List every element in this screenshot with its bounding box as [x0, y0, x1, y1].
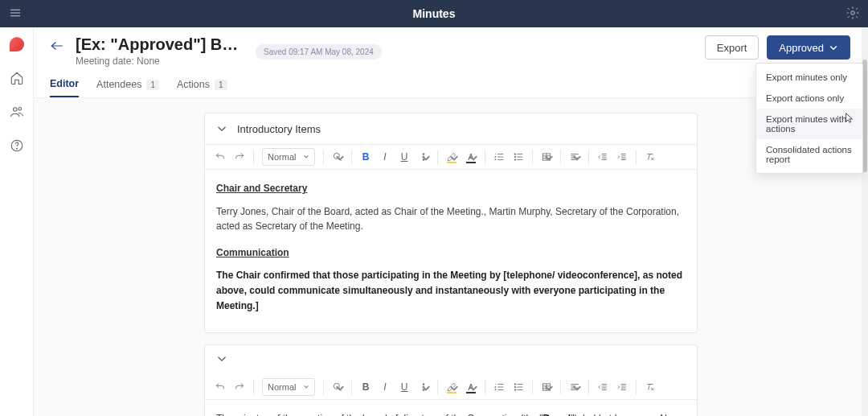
section-title: Introductory Items — [237, 123, 321, 135]
editor-section: Normal B I U A — [204, 344, 698, 416]
table-button[interactable] — [538, 148, 555, 166]
export-minutes-only[interactable]: Export minutes only — [756, 67, 862, 88]
chevron-down-icon — [829, 43, 838, 52]
clear-format-button[interactable] — [641, 378, 659, 396]
search-button[interactable] — [329, 148, 346, 166]
clear-format-button[interactable] — [641, 148, 659, 166]
style-select[interactable]: Normal — [262, 148, 315, 166]
italic-button[interactable]: I — [376, 148, 394, 166]
menu-button[interactable] — [8, 6, 23, 23]
paragraph: The Chair confirmed that those participa… — [216, 268, 686, 313]
numbered-list-button[interactable] — [490, 148, 508, 166]
numbered-list-button[interactable] — [490, 378, 508, 396]
section-header[interactable]: Introductory Items — [205, 113, 697, 145]
export-actions-only[interactable]: Export actions only — [756, 88, 862, 109]
svg-point-4 — [16, 148, 17, 149]
outdent-button[interactable] — [594, 378, 612, 396]
tab-actions[interactable]: Actions 1 — [177, 72, 227, 97]
style-select-label: Normal — [268, 152, 296, 162]
outdent-button[interactable] — [594, 148, 612, 166]
style-select-label: Normal — [268, 382, 296, 392]
consolidated-actions-report[interactable]: Consolidated actions report — [756, 139, 862, 170]
tab-attendees[interactable]: Attendees 1 — [96, 72, 159, 97]
redo-button[interactable] — [231, 148, 248, 166]
people-icon[interactable] — [6, 101, 27, 122]
more-format-button[interactable] — [415, 148, 432, 166]
heading: Communication — [216, 245, 289, 261]
tab-count: 1 — [146, 80, 159, 90]
help-icon[interactable] — [6, 135, 27, 156]
indent-button[interactable] — [613, 148, 631, 166]
style-select[interactable]: Normal — [262, 378, 315, 396]
svg-point-9 — [514, 154, 516, 155]
app-title: Minutes — [413, 7, 456, 20]
cursor-icon — [844, 113, 855, 126]
page-title: [Ex: "Approved"] Board Me… — [76, 35, 244, 54]
tab-label: Editor — [50, 78, 79, 89]
export-button[interactable]: Export — [705, 35, 760, 60]
font-color-button[interactable]: A — [462, 378, 480, 396]
meeting-date: Meeting date: None — [76, 56, 244, 67]
tab-label: Attendees — [96, 79, 141, 90]
bullet-list-button[interactable] — [510, 148, 527, 166]
table-button[interactable] — [538, 378, 555, 396]
highlight-button[interactable] — [443, 148, 461, 166]
italic-button[interactable]: I — [376, 378, 394, 396]
editor-toolbar: Normal B I U A — [205, 375, 697, 400]
settings-icon[interactable] — [845, 6, 860, 23]
tab-editor[interactable]: Editor — [50, 72, 79, 97]
tab-count: 1 — [215, 80, 227, 90]
svg-point-11 — [514, 159, 516, 161]
underline-button[interactable]: U — [395, 378, 413, 396]
align-button[interactable] — [566, 148, 583, 166]
editor-body[interactable]: The minutes of the meeting of the board … — [205, 400, 697, 416]
indent-button[interactable] — [613, 378, 631, 396]
redo-button[interactable] — [231, 378, 248, 396]
align-button[interactable] — [566, 378, 583, 396]
home-icon[interactable] — [6, 68, 27, 89]
chevron-down-icon — [215, 352, 229, 366]
paragraph: Terry Jones, Chair of the Board, acted a… — [216, 204, 686, 234]
bold-button[interactable]: B — [357, 148, 375, 166]
app-logo-icon — [10, 37, 24, 51]
back-button[interactable] — [50, 40, 64, 54]
bold-button[interactable]: B — [357, 378, 375, 396]
undo-button[interactable] — [211, 378, 229, 396]
paragraph: The minutes of the meeting of the board … — [216, 411, 686, 416]
approved-button-label: Approved — [779, 42, 824, 54]
svg-point-0 — [851, 10, 855, 14]
chevron-down-icon — [215, 122, 229, 136]
svg-point-2 — [18, 107, 21, 110]
editor-body[interactable]: Chair and Secretary Terry Jones, Chair o… — [205, 170, 697, 332]
highlight-button[interactable] — [443, 378, 461, 396]
tab-label: Actions — [177, 79, 210, 90]
font-color-button[interactable]: A — [462, 148, 480, 166]
svg-point-10 — [514, 156, 516, 158]
editor-toolbar: Normal B I U A — [205, 145, 697, 170]
export-button-label: Export — [717, 42, 747, 54]
editor-section: Introductory Items Normal B I U A — [204, 113, 698, 333]
svg-point-17 — [514, 384, 516, 385]
saved-badge: Saved 09:17 AM May 08, 2024 — [256, 44, 382, 60]
side-rail — [0, 27, 34, 416]
undo-button[interactable] — [211, 148, 229, 166]
svg-point-18 — [514, 386, 516, 388]
bullet-list-button[interactable] — [510, 378, 527, 396]
heading: Chair and Secretary — [216, 181, 307, 196]
svg-point-19 — [514, 389, 516, 391]
search-button[interactable] — [329, 378, 346, 396]
more-format-button[interactable] — [415, 378, 432, 396]
underline-button[interactable]: U — [395, 148, 413, 166]
section-header[interactable] — [205, 345, 697, 375]
approved-button[interactable]: Approved — [767, 35, 850, 60]
svg-point-1 — [13, 108, 17, 112]
